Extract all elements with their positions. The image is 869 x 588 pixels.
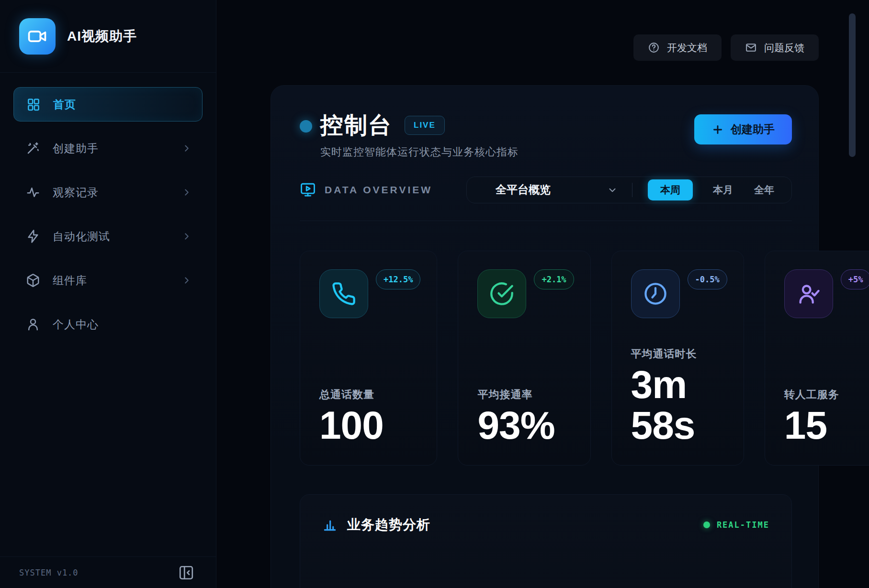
range-tabs: 本周 本月 全年 (648, 179, 775, 200)
stat-label: 平均接通率 (477, 388, 574, 402)
stat-value: 15 (784, 405, 869, 445)
platform-select-value: 全平台概览 (496, 182, 551, 197)
sidebar-item-observe-records[interactable]: 观察记录 (13, 175, 203, 210)
check-circle-icon (477, 269, 526, 318)
scrollbar-thumb[interactable] (849, 13, 856, 157)
dev-docs-label: 开发文档 (667, 41, 707, 55)
trends-title: 业务趋势分析 (347, 516, 430, 534)
dev-docs-button[interactable]: 开发文档 (633, 34, 722, 61)
video-camera-icon (27, 26, 48, 47)
topbar: 开发文档 问题反馈 (633, 34, 819, 61)
stat-delta-badge: +2.1% (534, 269, 574, 289)
realtime-badge: REAL-TIME (703, 520, 769, 530)
stat-value: 93% (477, 405, 574, 445)
trends-panel: 业务趋势分析 REAL-TIME (300, 494, 792, 588)
sidebar: AI视频助手 首页 创建助手 (0, 0, 216, 588)
bar-chart-icon (322, 517, 338, 533)
sidebar-header: AI视频助手 (0, 0, 216, 73)
create-assistant-label: 创建助手 (731, 122, 775, 137)
sidebar-item-automated-testing[interactable]: 自动化测试 (13, 219, 203, 254)
stat-value: 100 (319, 405, 420, 445)
stat-card-avg-duration: -0.5% 平均通话时长 3m 58s (611, 251, 744, 466)
stat-label: 转人工服务 (784, 388, 869, 402)
page-subtitle: 实时监控智能体运行状态与业务核心指标 (320, 145, 519, 159)
stat-delta-badge: -0.5% (688, 269, 727, 289)
sidebar-item-label: 创建助手 (53, 141, 169, 156)
stat-card-total-calls: +12.5% 总通话数量 100 (300, 251, 437, 466)
console-header: 控制台 LIVE 实时监控智能体运行状态与业务核心指标 创建助手 (300, 111, 792, 159)
app-logo (19, 18, 56, 55)
panel-collapse-icon (178, 564, 195, 581)
chevron-down-icon (607, 185, 618, 195)
tab-this-week[interactable]: 本周 (648, 179, 693, 200)
activity-icon (26, 185, 40, 200)
sidebar-item-label: 个人中心 (53, 317, 192, 332)
feedback-label: 问题反馈 (764, 41, 804, 55)
stats-grid: +12.5% 总通话数量 100 +2.1% (300, 251, 792, 466)
chevron-right-icon (181, 275, 192, 286)
stat-label: 平均通话时长 (631, 347, 727, 361)
section-divider (300, 221, 792, 221)
data-overview-label: DATA OVERVIEW (325, 184, 432, 196)
stat-value: 3m 58s (631, 364, 727, 446)
sidebar-item-home[interactable]: 首页 (13, 87, 203, 122)
mail-icon (745, 42, 757, 54)
live-badge: LIVE (405, 116, 445, 135)
data-overview-bar: DATA OVERVIEW 全平台概览 本周 本月 全年 (300, 177, 792, 203)
stat-label: 总通话数量 (319, 388, 420, 402)
plus-icon (711, 123, 724, 136)
chevron-right-icon (181, 143, 192, 154)
sidebar-footer: SYSTEM v1.0 (0, 556, 216, 588)
user-check-icon (784, 269, 833, 318)
console-header-text: 控制台 LIVE 实时监控智能体运行状态与业务核心指标 (320, 111, 519, 159)
realtime-dot-icon (703, 521, 710, 528)
chevron-right-icon (181, 231, 192, 242)
platform-select[interactable]: 全平台概览 (496, 182, 618, 197)
sidebar-collapse-button[interactable] (178, 564, 195, 581)
help-circle-icon (648, 42, 660, 54)
sidebar-item-profile[interactable]: 个人中心 (13, 307, 203, 342)
user-icon (26, 317, 40, 332)
stat-card-answer-rate: +2.1% 平均接通率 93% (458, 251, 590, 466)
dashboard-icon (26, 97, 41, 111)
sidebar-nav: 首页 创建助手 观察记录 (0, 73, 216, 556)
stat-delta-badge: +12.5% (376, 269, 420, 289)
app-title: AI视频助手 (67, 27, 137, 45)
sidebar-item-label: 组件库 (53, 273, 169, 288)
data-overview-heading: DATA OVERVIEW (300, 182, 432, 198)
overview-controls: 全平台概览 本周 本月 全年 (466, 177, 792, 203)
create-assistant-button[interactable]: 创建助手 (694, 114, 792, 144)
phone-icon (319, 269, 368, 318)
page-title: 控制台 (320, 111, 392, 139)
feedback-button[interactable]: 问题反馈 (731, 34, 819, 61)
console-panel: 控制台 LIVE 实时监控智能体运行状态与业务核心指标 创建助手 (271, 85, 819, 588)
stat-card-human-transfer: +5% 转人工服务 15 (765, 251, 869, 466)
vertical-divider (632, 183, 632, 197)
sidebar-item-label: 观察记录 (53, 185, 169, 200)
chevron-right-icon (181, 187, 192, 198)
sidebar-item-label: 首页 (53, 97, 192, 112)
sidebar-item-label: 自动化测试 (53, 229, 169, 244)
magic-wand-icon (26, 141, 40, 155)
stat-delta-badge: +5% (841, 269, 869, 289)
status-dot (300, 120, 312, 133)
lightning-icon (26, 229, 40, 244)
sidebar-item-create-assistant[interactable]: 创建助手 (13, 131, 203, 166)
sidebar-item-component-library[interactable]: 组件库 (13, 263, 203, 298)
realtime-label: REAL-TIME (717, 520, 769, 530)
tab-this-month[interactable]: 本月 (712, 179, 734, 200)
clock-icon (631, 269, 680, 318)
monitor-play-icon (300, 182, 316, 198)
app-root: AI视频助手 首页 创建助手 (0, 0, 869, 588)
cube-icon (26, 273, 40, 288)
tab-full-year[interactable]: 全年 (753, 179, 775, 200)
system-version: SYSTEM v1.0 (19, 568, 79, 577)
main-area: 开发文档 问题反馈 控制台 LIVE 实时监控智能体运行状态与业务核心指标 (216, 0, 869, 588)
